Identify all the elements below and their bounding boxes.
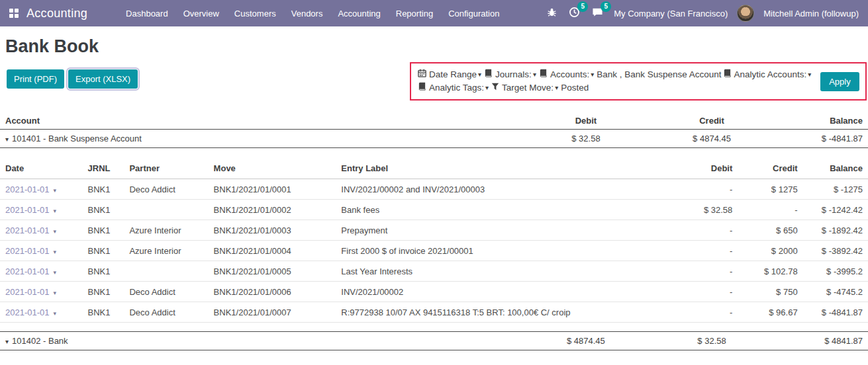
journals-label: Journals: — [495, 68, 532, 81]
cell-partner: Azure Interior — [124, 220, 208, 241]
date-link[interactable]: 2021-01-01 — [5, 287, 50, 297]
cell-move: BNK1/2021/01/0007 — [209, 302, 336, 323]
account-summary-row: ▾101402 - Bank $ 4874.45 $ 32.58 $ 4841.… — [0, 332, 868, 350]
filter-panel: Date Range ▾ Journals: ▾ A — [410, 62, 867, 101]
date-link[interactable]: 2021-01-01 — [5, 266, 50, 276]
cell-balance: $ -4745.2 — [803, 282, 868, 302]
target-move-filter[interactable]: Target Move: ▾ Posted — [491, 81, 589, 95]
messages-button[interactable]: 5 — [591, 5, 604, 21]
expand-caret-icon[interactable]: ▾ — [5, 338, 9, 345]
cell-partner: Azure Interior — [124, 241, 208, 261]
cell-entry-label: First 2000 $ of invoice 2021/00001 — [336, 241, 651, 261]
main-menu: Dashboard Overview Customers Vendors Acc… — [124, 1, 501, 26]
cell-credit: $ 650 — [738, 220, 802, 241]
cell-debit: $ 32.58 — [651, 200, 738, 220]
user-menu[interactable]: Mitchell Admin (followup) — [763, 9, 859, 19]
caret-down-icon: ▾ — [591, 71, 594, 78]
apps-menu-button[interactable] — [7, 6, 21, 20]
analytic-accounts-label: Analytic Accounts: — [734, 68, 807, 81]
cell-debit: - — [651, 282, 738, 302]
date-dropdown-caret-icon[interactable]: ▾ — [54, 187, 57, 194]
col-header-credit: Credit — [668, 112, 755, 130]
col-header-balance: Balance — [755, 112, 868, 130]
account-balance: $ 4841.87 — [755, 332, 868, 350]
detail-header-row: Date JRNL Partner Move Entry Label Debit… — [0, 158, 868, 179]
calendar-icon — [418, 68, 429, 81]
cell-jrnl: BNK1 — [83, 302, 124, 323]
date-dropdown-caret-icon[interactable]: ▾ — [54, 269, 57, 276]
date-link[interactable]: 2021-01-01 — [5, 205, 50, 215]
date-dropdown-caret-icon[interactable]: ▾ — [54, 310, 57, 317]
menu-item-vendors[interactable]: Vendors — [290, 1, 324, 26]
col-header-debit: Debit — [651, 158, 738, 179]
export-xlsx-button[interactable]: Export (XLSX) — [68, 69, 138, 89]
date-range-filter[interactable]: Date Range ▾ — [418, 68, 483, 81]
filter-lines: Date Range ▾ Journals: ▾ A — [418, 68, 814, 95]
cell-credit: $ 1275 — [738, 179, 802, 200]
table-row: 2021-01-01▾ BNK1 Deco Addict BNK1/2021/0… — [0, 302, 868, 323]
menu-item-accounting[interactable]: Accounting — [336, 1, 381, 26]
accounts-label: Accounts: — [550, 68, 589, 81]
col-header-date: Date — [0, 158, 83, 179]
cell-move: BNK1/2021/01/0002 — [209, 200, 336, 220]
analytic-accounts-filter[interactable]: Analytic Accounts: ▾ — [723, 68, 813, 81]
debug-bug-button[interactable] — [546, 6, 558, 20]
date-link[interactable]: 2021-01-01 — [5, 184, 50, 194]
menu-item-customers[interactable]: Customers — [233, 1, 277, 26]
navbar-right: 5 5 My Company (San Francisco) Mitchell … — [546, 5, 859, 22]
activities-button[interactable]: 5 — [567, 5, 581, 21]
cell-move: BNK1/2021/01/0005 — [209, 261, 336, 282]
cell-balance: $ -1892.42 — [803, 220, 868, 241]
cell-jrnl: BNK1 — [83, 200, 124, 220]
account-summary-row: ▾101401 - Bank Suspense Account $ 32.58 … — [0, 130, 868, 148]
date-range-label: Date Range — [429, 68, 477, 81]
col-header-entry-label: Entry Label — [336, 158, 651, 179]
accounts-selected-value: Bank , Bank Suspense Account — [597, 68, 721, 81]
cell-jrnl: BNK1 — [83, 282, 124, 302]
account-debit: $ 32.58 — [503, 130, 668, 148]
analytic-tags-filter[interactable]: Analytic Tags: ▾ — [418, 81, 490, 95]
table-row: 2021-01-01▾ BNK1 Azure Interior BNK1/202… — [0, 241, 868, 261]
date-dropdown-caret-icon[interactable]: ▾ — [54, 228, 57, 235]
user-avatar[interactable] — [737, 5, 754, 22]
cell-debit: - — [651, 261, 738, 282]
cell-credit: $ 750 — [738, 282, 802, 302]
caret-down-icon: ▾ — [808, 71, 811, 78]
cell-move: BNK1/2021/01/0001 — [209, 179, 336, 200]
menu-item-dashboard[interactable]: Dashboard — [124, 1, 169, 26]
company-switcher[interactable]: My Company (San Francisco) — [614, 9, 728, 19]
table-row: 2021-01-01▾ BNK1 Azure Interior BNK1/202… — [0, 220, 868, 241]
table-row: 2021-01-01▾ BNK1 BNK1/2021/01/0002 Bank … — [0, 200, 868, 220]
menu-item-reporting[interactable]: Reporting — [395, 1, 434, 26]
cell-partner — [124, 261, 208, 282]
filter-line-1: Date Range ▾ Journals: ▾ A — [418, 68, 814, 81]
cell-entry-label: INV/2021/00002 and INV/2021/00003 — [336, 179, 651, 200]
date-dropdown-caret-icon[interactable]: ▾ — [54, 208, 57, 214]
bug-icon — [547, 7, 557, 19]
account-balance: $ -4841.87 — [755, 130, 868, 148]
book-icon — [484, 68, 495, 81]
date-dropdown-caret-icon[interactable]: ▾ — [54, 249, 57, 255]
accounts-filter[interactable]: Accounts: ▾ Bank , Bank Suspense Account — [539, 68, 722, 81]
cell-entry-label: Bank fees — [336, 200, 651, 220]
journal-entries-table: Date JRNL Partner Move Entry Label Debit… — [0, 158, 868, 323]
apps-grid-icon — [9, 9, 19, 18]
menu-item-configuration[interactable]: Configuration — [447, 1, 501, 26]
date-dropdown-caret-icon[interactable]: ▾ — [54, 290, 57, 296]
date-link[interactable]: 2021-01-01 — [5, 225, 50, 235]
date-link[interactable]: 2021-01-01 — [5, 307, 50, 317]
cell-balance: $ -1242.42 — [803, 200, 868, 220]
cell-balance: $ -3995.2 — [803, 261, 868, 282]
journals-filter[interactable]: Journals: ▾ — [484, 68, 538, 81]
cell-jrnl: BNK1 — [83, 220, 124, 241]
cell-move: BNK1/2021/01/0003 — [209, 220, 336, 241]
expand-caret-icon[interactable]: ▾ — [5, 136, 9, 143]
screen: Accounting Dashboard Overview Customers … — [0, 0, 868, 365]
cell-credit: $ 102.78 — [738, 261, 802, 282]
print-pdf-button[interactable]: Print (PDF) — [7, 69, 64, 89]
date-link[interactable]: 2021-01-01 — [5, 246, 50, 256]
menu-item-overview[interactable]: Overview — [182, 1, 220, 26]
cell-move: BNK1/2021/01/0006 — [209, 282, 336, 302]
app-name[interactable]: Accounting — [26, 7, 87, 20]
apply-button[interactable]: Apply — [820, 72, 859, 91]
